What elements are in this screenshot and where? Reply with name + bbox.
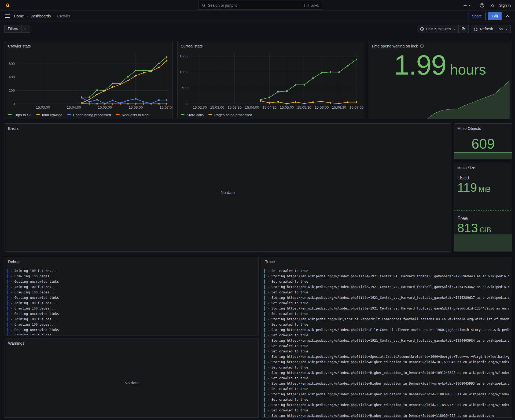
expand-caret-icon[interactable]: › [10,285,12,289]
expand-caret-icon[interactable]: › [267,371,269,375]
legend-item[interactable]: Trips to S3 [8,113,31,117]
panel-title[interactable]: Crawler stats [8,44,31,48]
search-icon [201,3,206,8]
expand-caret-icon[interactable]: › [267,318,269,321]
grafana-logo-icon[interactable] [4,2,11,9]
debug-log-list[interactable]: › Joining 100 futures... › Crawling 100 … [5,267,258,335]
legend-item[interactable]: Pages being processed [208,113,252,117]
help-icon[interactable] [479,2,485,9]
time-lock-sparkline[interactable] [368,41,512,119]
legend-item[interactable]: Requests in flight [116,113,150,117]
expand-caret-icon[interactable]: › [267,323,269,326]
free-value: 813 [457,221,478,235]
log-level-bar [264,279,265,284]
expand-caret-icon[interactable]: › [267,307,269,310]
expand-caret-icon[interactable]: › [267,398,269,401]
expand-caret-icon[interactable]: › [267,382,269,385]
chevron-up-icon[interactable] [504,13,511,19]
legend-item[interactable]: total crawled [36,113,62,117]
expand-caret-icon[interactable]: › [267,377,269,380]
panel-title[interactable]: Warnings [8,341,24,345]
expand-caret-icon[interactable]: › [267,360,269,364]
expand-caret-icon[interactable]: › [10,307,12,310]
expand-caret-icon[interactable]: › [10,280,12,283]
expand-caret-icon[interactable]: › [10,269,12,273]
refresh-interval-button[interactable]: 5s [496,25,511,33]
zoom-out-button[interactable] [459,25,469,33]
refresh-button[interactable]: Refresh [471,25,496,33]
expand-caret-icon[interactable]: › [10,312,12,316]
expand-caret-icon[interactable]: › [10,323,12,326]
expand-caret-icon[interactable]: › [267,291,269,294]
log-level-bar [8,285,8,289]
log-line: › Set crawled to true [264,279,509,284]
edit-button[interactable]: Edit [488,12,502,20]
share-button[interactable]: Share [469,12,485,20]
expand-caret-icon[interactable]: › [10,328,12,332]
expand-caret-icon[interactable]: › [10,275,12,278]
expand-caret-icon[interactable]: › [267,334,269,337]
log-level-bar [8,279,8,284]
panel-minio-objects: Minio Objects 609 [454,123,512,159]
minio-free-stat: Free 813GiB [457,215,491,234]
nav-actions: Sign in [463,2,511,9]
log-line: › Storing https://en.wikipedia.org/wiki/… [264,316,509,322]
legend-item[interactable]: Store calls [181,113,204,117]
breadcrumb-dashboards[interactable]: Dashboards [31,14,51,18]
expand-caret-icon[interactable]: › [10,318,12,321]
log-line: › Crawling 100 pages... [8,322,255,327]
new-menu-button[interactable] [463,3,471,8]
breadcrumb-home[interactable]: Home [14,14,24,18]
log-line: › Getting uncrawled links [8,295,255,300]
svg-text:0: 0 [185,102,187,106]
expand-caret-icon[interactable]: › [10,291,12,294]
expand-caret-icon[interactable]: › [267,409,269,412]
panel-title[interactable]: Surreal stats [181,44,203,48]
panel-title[interactable]: Debug [8,260,20,264]
expand-caret-icon[interactable]: › [267,350,269,353]
expand-caret-icon[interactable]: › [267,328,269,332]
expand-caret-icon[interactable]: › [267,366,269,369]
add-filter-button[interactable]: + [21,25,30,33]
filters-group: Filters + [4,25,30,33]
panel-title[interactable]: Trace [265,260,275,264]
log-line: › Crawling 100 pages... [8,306,255,311]
crawler-stats-chart[interactable]: 020040060015:03:0015:04:0015:05:0015:06:… [5,51,172,112]
log-level-bar [264,296,265,300]
panel-title[interactable]: Errors [8,126,19,131]
time-range-button[interactable]: Last 5 minutes [417,25,459,33]
news-icon[interactable] [489,2,495,9]
expand-caret-icon[interactable]: › [267,355,269,359]
expand-caret-icon[interactable]: › [10,301,12,305]
hamburger-menu-icon[interactable] [4,13,11,19]
surreal-stats-chart[interactable]: 05001000150015:02:3015:03:0015:03:3015:0… [178,51,364,112]
expand-caret-icon[interactable]: › [267,344,269,348]
expand-caret-icon[interactable]: › [10,334,12,336]
expand-caret-icon[interactable]: › [267,269,269,273]
expand-caret-icon[interactable]: › [267,312,269,316]
expand-caret-icon[interactable]: › [267,403,269,407]
expand-caret-icon[interactable]: › [267,393,269,396]
svg-text:400: 400 [9,75,15,79]
legend-item[interactable]: Pages being processed [67,113,111,117]
filters-button[interactable]: Filters [4,25,21,33]
expand-caret-icon[interactable]: › [267,414,269,418]
expand-caret-icon[interactable]: › [267,296,269,300]
log-line: › Storing https://en.wikipedia.org/w/ind… [264,295,509,300]
expand-caret-icon[interactable]: › [267,275,269,278]
dashboard-grid: Crawler stats 020040060015:03:0015:04:00… [0,35,515,420]
search-input[interactable] [208,3,302,8]
expand-caret-icon[interactable]: › [267,339,269,342]
log-level-bar [264,322,265,327]
sign-in-button[interactable]: Sign in [499,3,511,8]
expand-caret-icon[interactable]: › [10,296,12,300]
log-line: › Joining 100 futures... [8,300,255,306]
log-line: › Getting uncrawled links [8,279,255,284]
trace-log-list[interactable]: › Set crawled to true › Storing https://… [262,267,512,417]
expand-caret-icon[interactable]: › [267,301,269,305]
expand-caret-icon[interactable]: › [267,280,269,283]
expand-caret-icon[interactable]: › [267,285,269,289]
minio-objects-stat: 609 [454,133,512,154]
expand-caret-icon[interactable]: › [267,387,269,391]
legend-color-pill [36,114,40,115]
